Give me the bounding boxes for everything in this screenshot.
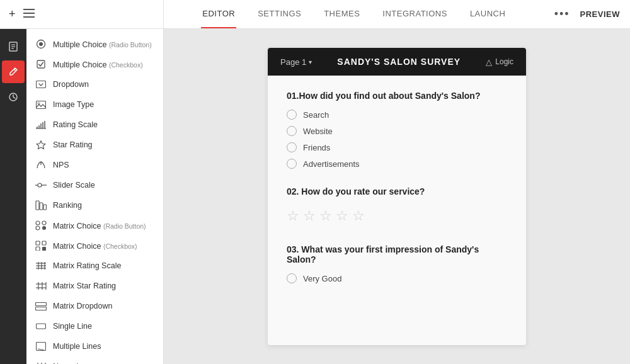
type-label: Matrix Rating Scale [53,261,121,270]
type-ranking[interactable]: Ranking [26,195,163,215]
top-nav-left: + [0,0,164,28]
star-5[interactable]: ☆ [352,208,365,224]
radio-circle-icon [287,273,297,283]
page-indicator[interactable]: Page 1 ▾ [280,57,312,67]
matrix-radio-icon [35,220,47,231]
survey-body: 01.How did you find out about Sandy's Sa… [268,76,526,316]
svg-point-31 [36,226,40,230]
sidebar-item-editor[interactable] [2,60,25,83]
star-rating-widget[interactable]: ☆ ☆ ☆ ☆ ☆ [287,205,507,227]
sidebar-item-pages[interactable] [2,35,25,58]
star-2[interactable]: ☆ [303,208,316,224]
type-image-type[interactable]: Image Type [26,94,163,115]
svg-rect-26 [36,201,39,210]
tab-settings[interactable]: SETTINGS [256,0,302,28]
svg-rect-50 [37,324,46,329]
question-3: 03. What was your first impression of Sa… [287,244,507,283]
svg-rect-33 [36,241,40,245]
type-multiple-choice-radio[interactable]: Multiple Choice (Radio Button) [26,34,163,54]
survey-title: SANDY'S SALON SURVEY [337,57,461,67]
svg-rect-27 [40,203,43,210]
type-label: Star Rating [53,140,93,149]
svg-point-25 [38,183,42,187]
checkbox-icon [35,59,47,70]
radio-circle-icon [287,159,297,169]
top-nav: + EDITOR SETTINGS THEMES INTEGRATIONS LA… [0,0,630,29]
svg-rect-34 [42,241,46,245]
option-label: Advertisements [303,159,360,169]
svg-rect-0 [23,9,35,10]
type-slider-scale[interactable]: Slider Scale [26,175,163,195]
svg-point-10 [39,42,43,46]
type-label: Dropdown [53,80,89,89]
page-label: Page 1 [280,57,306,67]
type-multiple-choice-checkbox[interactable]: Multiple Choice (Checkbox) [26,54,163,74]
type-label: Image Type [53,100,94,109]
type-nps[interactable]: NPS [26,155,163,175]
option-advertisements[interactable]: Advertisements [287,159,507,169]
type-label: Matrix Choice [53,242,103,251]
type-label: Rating Scale [53,120,98,129]
svg-point-32 [42,226,46,230]
option-friends[interactable]: Friends [287,142,507,152]
preview-button[interactable]: PREVIEW [580,9,620,19]
type-sublabel: (Checkbox) [103,242,137,250]
type-single-line[interactable]: Single Line [26,316,163,336]
type-rating-scale[interactable]: Rating Scale [26,115,163,135]
tab-integrations[interactable]: INTEGRATIONS [381,0,449,28]
svg-point-30 [42,221,46,225]
type-numeric[interactable]: Numeric [26,356,163,364]
survey-header: Page 1 ▾ SANDY'S SALON SURVEY △ Logic [268,48,526,76]
question-2-text: 02. How do you rate our service? [287,186,507,196]
type-dropdown[interactable]: Dropdown [26,74,163,94]
sidebar-item-history[interactable] [2,86,25,108]
svg-rect-12 [37,81,46,88]
option-search[interactable]: Search [287,110,507,120]
type-label: Single Line [53,322,92,331]
type-matrix-star[interactable]: Matrix Star Rating [26,276,163,296]
option-website[interactable]: Website [287,126,507,136]
star-1[interactable]: ☆ [287,208,299,224]
type-star-rating[interactable]: Star Rating [26,135,163,155]
logic-button[interactable]: △ Logic [486,57,513,67]
type-sublabel: (Radio Button) [103,222,146,230]
type-label: Ranking [53,201,82,210]
tab-themes[interactable]: THEMES [323,0,361,28]
radio-circle-icon [287,110,297,120]
star-4[interactable]: ☆ [336,208,348,224]
type-label: Multiple Choice [53,40,109,49]
type-matrix-radio[interactable]: Matrix Choice (Radio Button) [26,215,163,236]
matrix-rating-icon [35,260,47,271]
ranking-icon [35,200,47,211]
type-matrix-dropdown[interactable]: Matrix Dropdown [26,296,163,316]
top-nav-right: ••• PREVIEW [544,8,630,21]
image-icon [35,99,47,110]
svg-line-7 [14,69,16,71]
icon-sidebar [0,29,26,364]
hamburger-icon[interactable] [23,9,35,20]
svg-rect-13 [37,101,46,108]
question-3-text: 03. What was your first impression of Sa… [287,244,507,264]
tab-launch[interactable]: LAUNCH [469,0,507,28]
logic-label: Logic [495,57,513,66]
type-matrix-rating[interactable]: Matrix Rating Scale [26,256,163,276]
option-label: Website [303,127,333,136]
type-matrix-checkbox[interactable]: Matrix Choice (Checkbox) [26,236,163,256]
top-nav-center: EDITOR SETTINGS THEMES INTEGRATIONS LAUN… [164,0,544,28]
type-label: NPS [53,161,69,169]
nps-icon [35,159,47,171]
single-line-icon [35,321,47,332]
option-very-good[interactable]: Very Good [287,273,507,283]
more-options-button[interactable]: ••• [554,8,570,21]
dropdown-icon [35,79,47,90]
type-sublabel: (Radio Button) [109,41,152,48]
matrix-dropdown-icon [35,300,47,312]
svg-rect-2 [23,16,35,18]
type-multiple-lines[interactable]: Multiple Lines [26,336,163,356]
tab-editor[interactable]: EDITOR [201,0,236,28]
star-3[interactable]: ☆ [319,208,332,224]
add-icon[interactable]: + [9,8,16,21]
type-sublabel: (Checkbox) [109,61,143,69]
multiple-lines-icon [35,341,47,352]
radio-circle-icon [287,126,297,136]
